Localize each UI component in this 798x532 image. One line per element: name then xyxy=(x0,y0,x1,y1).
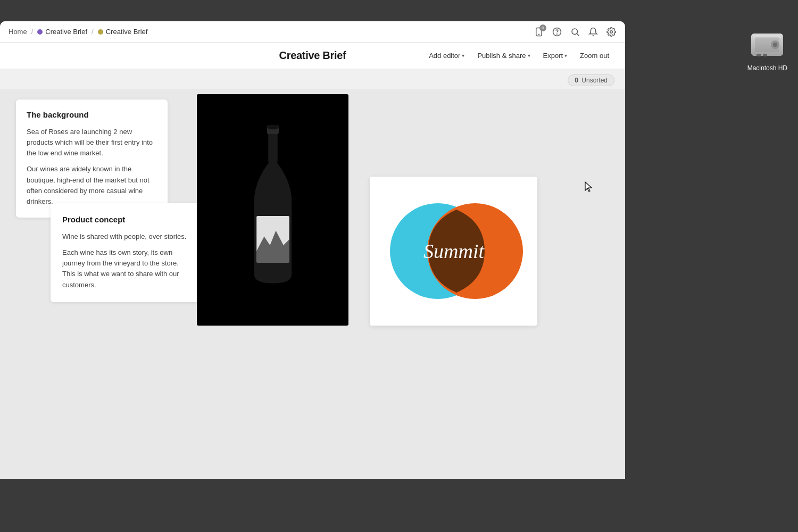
unsorted-bar: 0 Unsorted xyxy=(0,69,625,89)
page-header: Creative Brief Add editor ▾ Publish & sh… xyxy=(0,43,625,69)
tablet-icon[interactable]: 0 xyxy=(534,27,544,37)
mac-hd-icon xyxy=(749,29,786,61)
breadcrumb-crumb2[interactable]: Creative Brief xyxy=(98,28,148,36)
background-card: The background Sea of Roses are launchin… xyxy=(16,99,168,218)
mac-desktop: Home / Creative Brief / Creative Brief 0 xyxy=(0,0,798,532)
background-card-body: Sea of Roses are launching 2 new product… xyxy=(27,127,157,207)
bell-icon[interactable] xyxy=(588,27,598,37)
topbar: Home / Creative Brief / Creative Brief 0 xyxy=(0,21,625,43)
unsorted-label: Unsorted xyxy=(581,77,608,84)
settings-icon[interactable] xyxy=(606,27,617,37)
topbar-right-icons: 0 xyxy=(534,27,617,37)
svg-point-4 xyxy=(572,29,578,35)
publish-share-button[interactable]: Publish & share ▾ xyxy=(472,49,535,62)
breadcrumb-crumb1[interactable]: Creative Brief xyxy=(37,28,87,36)
svg-rect-18 xyxy=(763,54,767,56)
add-editor-chevron: ▾ xyxy=(462,53,464,59)
app-window: Home / Creative Brief / Creative Brief 0 xyxy=(0,21,625,479)
crumb1-dot xyxy=(37,29,43,35)
export-chevron: ▾ xyxy=(564,53,567,59)
background-para1: Sea of Roses are launching 2 new product… xyxy=(27,127,157,159)
help-icon[interactable] xyxy=(552,27,562,37)
svg-line-5 xyxy=(577,34,579,36)
home-link[interactable]: Home xyxy=(9,28,27,36)
background-para2: Our wines are widely known in the boutiq… xyxy=(27,164,157,207)
mac-hd-desktop-item[interactable]: Macintosh HD xyxy=(747,29,787,72)
wine-bottle-image xyxy=(197,94,348,326)
svg-point-3 xyxy=(557,34,558,34)
summit-logo-card: Summit xyxy=(370,177,537,326)
svg-text:Summit: Summit xyxy=(423,240,485,262)
background-card-title: The background xyxy=(27,110,157,119)
add-editor-button[interactable]: Add editor ▾ xyxy=(423,49,470,62)
tablet-badge: 0 xyxy=(539,24,546,31)
unsorted-badge[interactable]: 0 Unsorted xyxy=(568,74,614,86)
svg-rect-21 xyxy=(753,35,782,38)
breadcrumb-sep-1: / xyxy=(31,28,34,36)
breadcrumb-sep-2: / xyxy=(92,28,94,36)
product-card-body: Wine is shared with people, over stories… xyxy=(62,231,193,290)
search-icon[interactable] xyxy=(570,27,580,37)
svg-point-20 xyxy=(773,43,777,47)
crumb2-label: Creative Brief xyxy=(106,28,148,36)
header-actions: Add editor ▾ Publish & share ▾ Export ▾ … xyxy=(423,49,614,62)
crumb1-label: Creative Brief xyxy=(45,28,87,36)
svg-rect-17 xyxy=(757,54,761,56)
crumb2-dot xyxy=(98,29,103,35)
canvas-area[interactable]: The background Sea of Roses are launchin… xyxy=(0,89,625,479)
unsorted-count: 0 xyxy=(575,77,578,84)
product-card: Product concept Wine is shared with peop… xyxy=(51,203,205,302)
mac-hd-label: Macintosh HD xyxy=(747,64,787,72)
svg-point-6 xyxy=(610,30,613,33)
product-card-title: Product concept xyxy=(62,215,193,224)
page-title: Creative Brief xyxy=(279,49,346,62)
export-button[interactable]: Export ▾ xyxy=(538,49,573,62)
svg-point-10 xyxy=(267,124,279,129)
publish-share-chevron: ▾ xyxy=(528,53,530,59)
product-para1: Wine is shared with people, over stories… xyxy=(62,231,193,242)
product-para2: Each wine has its own story, its own jou… xyxy=(62,247,193,290)
zoom-out-button[interactable]: Zoom out xyxy=(575,49,614,62)
